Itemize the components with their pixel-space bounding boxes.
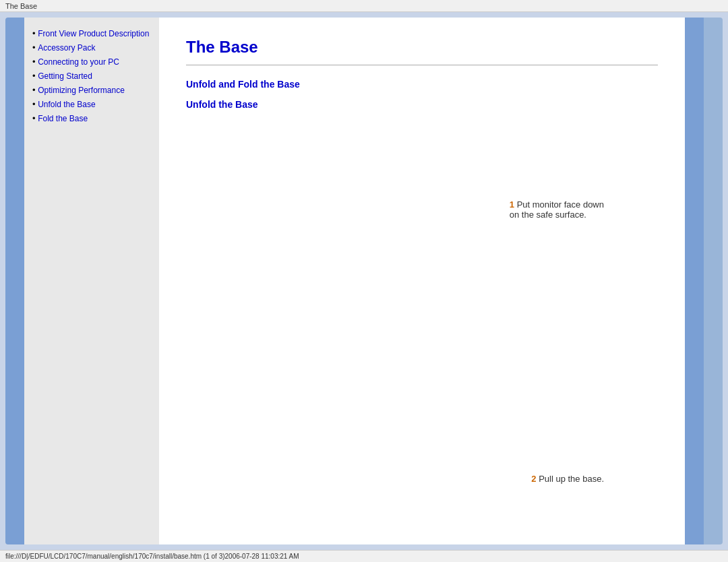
step-1-number: 1 xyxy=(510,199,514,210)
far-right-accent-bar xyxy=(704,18,723,544)
sidebar-link-fold-base[interactable]: Fold the Base xyxy=(38,114,88,123)
sidebar: Front View Product Description Accessory… xyxy=(24,18,159,544)
step-2-description: Pull up the base. xyxy=(537,474,604,484)
step-2-text: 2 Pull up the base. xyxy=(531,474,604,484)
step-1-text: 1 Put monitor face downon the safe surfa… xyxy=(510,199,604,220)
sidebar-link-getting-started[interactable]: Getting Started xyxy=(38,71,92,81)
sidebar-link-front-view[interactable]: Front View Product Description xyxy=(38,29,149,38)
sidebar-item-optimizing[interactable]: Optimizing Performance xyxy=(32,85,151,95)
sidebar-link-connecting[interactable]: Connecting to your PC xyxy=(38,57,119,67)
status-bar-text: file:///D|/EDFU/LCD/170C7/manual/english… xyxy=(5,553,299,560)
left-accent-bar xyxy=(5,18,24,544)
browser-layout: Front View Product Description Accessory… xyxy=(0,12,728,550)
section-heading: Unfold and Fold the Base xyxy=(186,79,658,90)
title-bar: The Base xyxy=(0,0,728,12)
sidebar-item-front-view[interactable]: Front View Product Description xyxy=(32,28,151,38)
sidebar-link-accessory[interactable]: Accessory Pack xyxy=(38,43,95,53)
main-content: The Base Unfold and Fold the Base Unfold… xyxy=(159,18,685,544)
sidebar-item-connecting[interactable]: Connecting to your PC xyxy=(32,57,151,67)
sidebar-link-optimizing[interactable]: Optimizing Performance xyxy=(38,86,125,95)
sidebar-item-unfold-base[interactable]: Unfold the Base xyxy=(32,99,151,109)
sidebar-nav: Front View Product Description Accessory… xyxy=(32,28,151,123)
title-bar-text: The Base xyxy=(5,2,37,10)
page-title: The Base xyxy=(186,38,658,57)
sidebar-item-accessory[interactable]: Accessory Pack xyxy=(32,42,151,53)
sidebar-link-unfold-base[interactable]: Unfold the Base xyxy=(38,100,95,109)
step-1-description: Put monitor face downon the safe surface… xyxy=(510,199,604,220)
sidebar-item-getting-started[interactable]: Getting Started xyxy=(32,71,151,81)
step-2-number: 2 xyxy=(531,474,536,484)
sidebar-item-fold-base[interactable]: Fold the Base xyxy=(32,113,151,123)
divider xyxy=(186,65,658,65)
status-bar: file:///D|/EDFU/LCD/170C7/manual/english… xyxy=(0,550,728,562)
right-accent-bar xyxy=(685,18,704,544)
sub-heading: Unfold the Base xyxy=(186,99,658,110)
